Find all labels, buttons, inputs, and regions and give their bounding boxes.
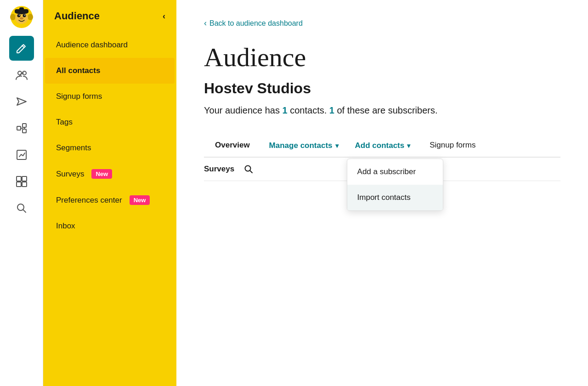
svg-point-1	[10, 14, 16, 20]
add-subscriber-label: Add a subscriber	[357, 167, 416, 176]
svg-point-2	[28, 14, 33, 20]
sidebar-item-label: Inbox	[56, 221, 75, 231]
tab-add-contacts-label: Add contacts	[355, 141, 405, 150]
tab-add-contacts[interactable]: Add contacts ▾	[347, 135, 419, 157]
surveys-new-badge: New	[91, 169, 112, 179]
add-contacts-dropdown-menu: Add a subscriber Import contacts	[347, 159, 443, 211]
svg-point-4	[17, 14, 20, 17]
reports-nav-item[interactable]	[9, 142, 34, 167]
back-chevron-icon: ‹	[204, 18, 207, 28]
svg-point-7	[24, 15, 25, 16]
audience-nav-item[interactable]	[9, 62, 34, 87]
sidebar-item-label: All contacts	[56, 66, 100, 75]
search-nav-item[interactable]	[9, 196, 34, 221]
stat-text: Your audience has	[204, 105, 280, 115]
sidebar-item-label: Signup forms	[56, 92, 102, 101]
stat-contacts-count: 1	[283, 105, 288, 115]
tab-overview[interactable]: Overview	[204, 134, 261, 158]
sidebar-item-label: Segments	[56, 143, 91, 153]
svg-rect-22	[22, 182, 27, 187]
sidebar-item-label: Preferences center	[56, 196, 122, 205]
sub-tab-search-button[interactable]	[243, 164, 254, 174]
tabs-row: Overview Manage contacts ▾ Add contacts …	[204, 134, 560, 158]
sidebar-item-tags[interactable]: Tags	[45, 109, 175, 135]
integrations-nav-item[interactable]	[9, 169, 34, 194]
app-logo[interactable]	[9, 5, 34, 29]
stat-subscribers-count: 1	[329, 105, 334, 115]
manage-contacts-chevron-icon: ▾	[335, 142, 339, 149]
svg-rect-19	[17, 176, 21, 181]
sidebar-item-segments[interactable]: Segments	[45, 135, 175, 161]
nav-sidebar: Audience ‹ Audience dashboard All contac…	[43, 0, 176, 386]
add-contacts-chevron-icon: ▾	[407, 142, 410, 149]
sidebar-item-label: Surveys	[56, 170, 84, 179]
nav-sidebar-collapse-icon[interactable]: ‹	[163, 11, 165, 21]
tab-signup-forms-label: Signup forms	[430, 141, 475, 149]
audience-stat: Your audience has 1 contacts. 1 of these…	[204, 105, 560, 116]
automations-nav-item[interactable]	[9, 116, 34, 141]
svg-rect-11	[19, 7, 24, 10]
sidebar-item-audience-dashboard[interactable]: Audience dashboard	[45, 32, 175, 58]
sidebar-item-label: Audience dashboard	[56, 40, 128, 50]
sidebar-item-inbox[interactable]: Inbox	[45, 213, 175, 239]
page-title: Audience	[204, 42, 560, 73]
stat-middle: contacts.	[290, 105, 327, 115]
audience-name: Hostev Studios	[204, 80, 560, 97]
svg-point-8	[20, 17, 23, 20]
svg-rect-17	[23, 129, 26, 133]
svg-rect-15	[17, 126, 21, 130]
sidebar-item-all-contacts[interactable]: All contacts	[45, 58, 175, 84]
sidebar-item-preferences-center[interactable]: Preferences center New	[45, 187, 175, 213]
sidebar-item-label: Tags	[56, 118, 73, 127]
import-contacts-menu-item[interactable]: Import contacts	[347, 185, 443, 210]
svg-marker-14	[17, 98, 26, 105]
svg-rect-20	[22, 176, 27, 181]
add-subscriber-menu-item[interactable]: Add a subscriber	[347, 159, 443, 185]
back-link[interactable]: ‹ Back to audience dashboard	[204, 18, 560, 28]
nav-sidebar-title: Audience	[54, 10, 100, 22]
sub-tab-surveys-label: Surveys	[204, 165, 234, 174]
back-link-label: Back to audience dashboard	[209, 19, 303, 28]
stat-suffix: of these are subscribers.	[337, 105, 438, 115]
sidebar-item-signup-forms[interactable]: Signup forms	[45, 84, 175, 109]
svg-point-6	[19, 15, 20, 16]
preferences-center-new-badge: New	[130, 195, 150, 205]
campaigns-nav-item[interactable]	[9, 89, 34, 114]
svg-rect-21	[17, 182, 21, 187]
nav-sidebar-header[interactable]: Audience ‹	[43, 0, 176, 32]
tab-manage-contacts-label: Manage contacts	[269, 141, 333, 150]
tab-manage-contacts[interactable]: Manage contacts ▾	[261, 135, 347, 157]
svg-point-5	[23, 14, 26, 17]
manage-contacts-dropdown-container: Manage contacts ▾	[261, 135, 347, 157]
import-contacts-label: Import contacts	[357, 193, 411, 202]
svg-rect-16	[23, 124, 26, 127]
main-content: ‹ Back to audience dashboard Audience Ho…	[176, 0, 588, 386]
tab-signup-forms[interactable]: Signup forms	[418, 134, 486, 158]
sidebar-item-surveys[interactable]: Surveys New	[45, 161, 175, 187]
compose-nav-item[interactable]	[9, 36, 34, 61]
icon-sidebar	[0, 0, 43, 386]
add-contacts-dropdown-container: Add contacts ▾ Add a subscriber Import c…	[347, 135, 419, 157]
tab-overview-label: Overview	[215, 141, 250, 149]
